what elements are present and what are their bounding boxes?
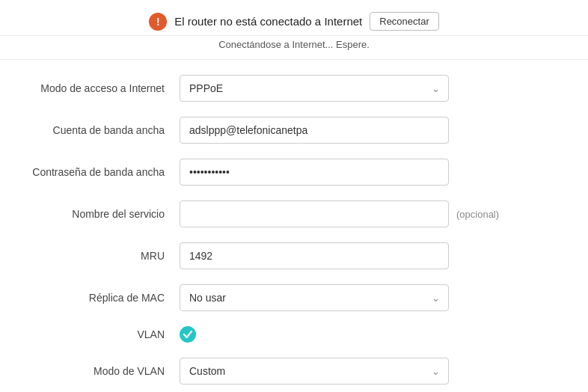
control-mac-replica: No usar Usar MAC del equipo Personalizad… <box>180 284 566 311</box>
vlan-checkbox-wrap <box>180 326 196 343</box>
select-vlan-mode[interactable]: Custom Auto Manual <box>180 358 449 385</box>
row-mac-replica: Réplica de MAC No usar Usar MAC del equi… <box>0 277 588 319</box>
page-wrapper: ! El router no está conectado a Internet… <box>0 0 588 392</box>
banner: ! El router no está conectado a Internet… <box>0 0 588 36</box>
label-broadband-password: Contraseña de banda ancha <box>22 166 180 178</box>
label-broadband-account: Cuenta de banda ancha <box>22 124 180 136</box>
error-icon: ! <box>149 13 167 31</box>
banner-sub-message: Conectándose a Internet... Espere. <box>0 36 588 60</box>
control-mru <box>180 242 566 269</box>
control-internet-mode: PPPoE DHCP Static IP ⌄ <box>180 75 566 102</box>
row-internet-mode: Modo de acceso a Internet PPPoE DHCP Sta… <box>0 67 588 109</box>
select-wrap-internet-mode: PPPoE DHCP Static IP ⌄ <box>180 75 449 102</box>
control-vlan <box>180 326 566 343</box>
select-wrap-mac-replica: No usar Usar MAC del equipo Personalizad… <box>180 284 449 311</box>
row-vlan: VLAN <box>0 319 588 350</box>
reconnect-button[interactable]: Reconectar <box>370 12 438 31</box>
input-service-name[interactable] <box>180 200 449 227</box>
input-broadband-password[interactable] <box>180 159 449 186</box>
control-broadband-account <box>180 117 566 144</box>
row-vlan-mode: Modo de VLAN Custom Auto Manual ⌄ <box>0 350 588 392</box>
select-mac-replica[interactable]: No usar Usar MAC del equipo Personalizad… <box>180 284 449 311</box>
label-vlan: VLAN <box>22 328 180 340</box>
banner-message: El router no está conectado a Internet <box>174 15 362 28</box>
label-mac-replica: Réplica de MAC <box>22 292 180 304</box>
row-broadband-account: Cuenta de banda ancha <box>0 109 588 151</box>
select-internet-mode[interactable]: PPPoE DHCP Static IP <box>180 75 449 102</box>
optional-tag: (opcional) <box>456 209 499 220</box>
row-service-name: Nombre del servicio (opcional) <box>0 193 588 235</box>
select-wrap-vlan-mode: Custom Auto Manual ⌄ <box>180 358 449 385</box>
vlan-checkbox[interactable] <box>180 326 196 343</box>
label-internet-mode: Modo de acceso a Internet <box>22 82 180 94</box>
input-broadband-account[interactable] <box>180 117 449 144</box>
input-mru[interactable] <box>180 242 449 269</box>
label-mru: MRU <box>22 250 180 262</box>
control-service-name: (opcional) <box>180 200 566 227</box>
checkmark-icon <box>183 329 193 340</box>
row-mru: MRU <box>0 235 588 277</box>
label-vlan-mode: Modo de VLAN <box>22 365 180 377</box>
label-service-name: Nombre del servicio <box>22 208 180 220</box>
control-broadband-password <box>180 159 566 186</box>
form-area: Modo de acceso a Internet PPPoE DHCP Sta… <box>0 60 588 392</box>
row-broadband-password: Contraseña de banda ancha <box>0 151 588 193</box>
control-vlan-mode: Custom Auto Manual ⌄ <box>180 358 566 385</box>
